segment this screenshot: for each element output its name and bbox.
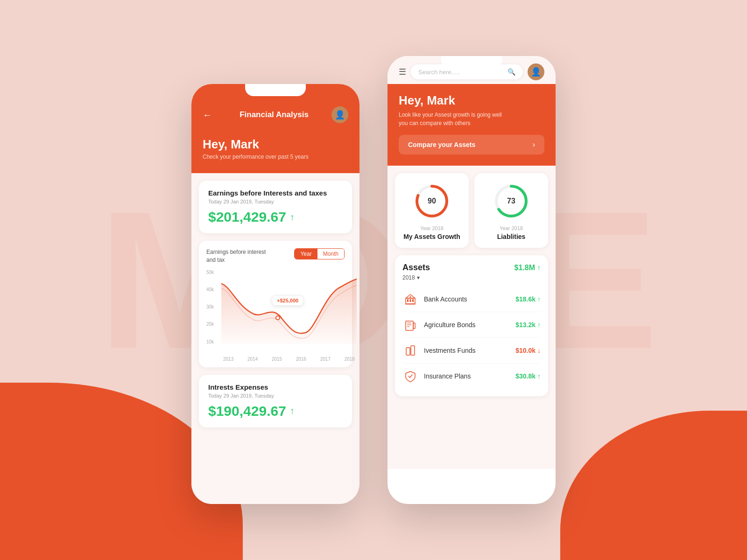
liabilities-progress: 73 (493, 182, 530, 220)
chart-x-axis: 2013 2014 2015 2016 2017 2018 (221, 357, 357, 362)
svg-rect-12 (413, 323, 415, 329)
left-phone-body: Earnings before Interests and taxes Toda… (191, 173, 359, 504)
right-hero-sub: Look like your Assest growth is going we… (399, 111, 544, 127)
blob-right (560, 411, 747, 560)
bank-icon (404, 293, 417, 306)
y-label-40k: 40k (206, 287, 220, 292)
assets-header: Assets $1.8M ↑ (402, 263, 541, 273)
svg-rect-6 (410, 299, 411, 302)
right-hero: Hey, Mark Look like your Assest growth i… (388, 84, 556, 166)
left-phone: ← Financial Analysis 👤 Hey, Mark Check y… (191, 84, 359, 504)
interest-date: Today 29 Jan 2019, Tuesday (208, 393, 343, 399)
chart-section: Earnings before interest and tax Year Mo… (199, 241, 352, 367)
earnings-trend-icon: ↑ (290, 212, 295, 223)
asset-row-bank[interactable]: Bank Accounts $18.6k ↑ (402, 287, 541, 312)
asset-row-insurance[interactable]: Insurance Plans $30.8k ↑ (402, 364, 541, 389)
compare-btn-text: Compare your Assets (408, 141, 475, 148)
agri-trend-icon: ↑ (537, 321, 541, 329)
back-arrow-icon[interactable]: ← (203, 110, 212, 120)
year-2014: 2014 (247, 357, 258, 362)
phones-container: ← Financial Analysis 👤 Hey, Mark Check y… (191, 56, 556, 504)
chart-header: Earnings before interest and tax Year Mo… (206, 248, 345, 264)
tab-year[interactable]: Year (295, 249, 317, 259)
earnings-title: Earnings before Interests and taxes (208, 189, 343, 197)
bank-name: Bank Accounts (424, 295, 510, 303)
insurance-trend-icon: ↑ (537, 372, 541, 380)
assets-title: Assets (402, 263, 430, 273)
chart-svg (221, 270, 357, 344)
liabilities-title: Liablities (497, 233, 526, 240)
liabilities-year: Year 2018 (500, 225, 523, 231)
insurance-icon (404, 370, 417, 383)
svg-rect-16 (406, 348, 410, 355)
investments-icon (404, 344, 417, 357)
bank-amount: $18.6k ↑ (515, 295, 541, 303)
assets-growth-title: My Assets Growth (403, 233, 460, 240)
hamburger-icon[interactable]: ☰ (399, 67, 406, 77)
chart-dot (275, 315, 280, 320)
svg-rect-17 (411, 346, 415, 355)
assets-growth-year: Year 2018 (420, 225, 444, 231)
assets-growth-value: 90 (428, 197, 436, 205)
left-greeting-section: Hey, Mark Check your performance over pa… (191, 137, 359, 173)
y-label-10k: 10k (206, 339, 220, 344)
agri-name: Agriculture Bonds (424, 321, 510, 329)
assets-total: $1.8M ↑ (514, 264, 541, 272)
liabilities-value: 73 (507, 197, 515, 205)
interest-card: Intrests Expenses Today 29 Jan 2019, Tue… (199, 375, 352, 427)
interest-title: Intrests Expenses (208, 383, 343, 391)
svg-line-20 (410, 375, 412, 378)
svg-rect-7 (412, 299, 414, 302)
invest-trend-icon: ↓ (537, 347, 541, 354)
asset-cards-row: 90 Year 2018 My Assets Growth 73 Year 20… (395, 173, 548, 248)
y-label-20k: 20k (206, 322, 220, 327)
chart-tooltip: +$25,000 (272, 295, 303, 306)
chart-tabs: Year Month (294, 248, 345, 259)
compare-btn-arrow-icon: › (533, 140, 535, 149)
agriculture-icon (404, 318, 417, 331)
earnings-date: Today 29 Jan 2019, Tuesday (208, 199, 343, 204)
right-phone: ☰ Search here..... 🔍 👤 Hey, Mark Look li… (388, 56, 556, 504)
assets-growth-card: 90 Year 2018 My Assets Growth (395, 173, 469, 248)
asset-row-invest[interactable]: Ivestments Funds $10.0k ↓ (402, 338, 541, 364)
insurance-icon-wrap (402, 368, 418, 384)
invest-icon-wrap (402, 343, 418, 358)
insurance-name: Insurance Plans (424, 372, 510, 380)
left-avatar: 👤 (331, 106, 348, 123)
left-phone-notch (245, 84, 306, 96)
year-2015: 2015 (272, 357, 282, 362)
right-phone-body: 90 Year 2018 My Assets Growth 73 Year 20… (388, 166, 556, 469)
assets-year-selector[interactable]: 2018 ▾ (402, 274, 541, 281)
agri-icon-wrap (402, 317, 418, 333)
assets-total-arrow: ↑ (537, 264, 541, 272)
insurance-amount: $30.8k ↑ (515, 372, 541, 380)
svg-rect-10 (405, 304, 416, 305)
liabilities-card: 73 Year 2018 Liablities (474, 173, 548, 248)
earnings-card: Earnings before Interests and taxes Toda… (199, 181, 352, 233)
interest-trend-icon: ↑ (290, 406, 295, 416)
left-greeting-sub: Check your performance over past 5 years (203, 154, 348, 160)
agri-amount: $13.2k ↑ (515, 321, 541, 329)
right-phone-notch (441, 56, 502, 68)
interest-amount: $190,429.67 ↑ (208, 403, 343, 419)
svg-point-9 (410, 296, 411, 298)
y-label-30k: 30k (206, 304, 220, 309)
invest-amount: $10.0k ↓ (515, 347, 541, 354)
bank-icon-wrap (402, 291, 418, 307)
left-phone-title: Financial Analysis (217, 110, 331, 119)
year-2013: 2013 (223, 357, 233, 362)
compare-assets-button[interactable]: Compare your Assets › (399, 135, 544, 154)
left-greeting-name: Hey, Mark (203, 137, 348, 152)
search-icon: 🔍 (507, 68, 515, 76)
tab-month[interactable]: Month (317, 249, 344, 259)
y-label-50k: 50k (206, 270, 220, 275)
earnings-amount: $201,429.67 ↑ (208, 209, 343, 225)
chart-label: Earnings before interest and tax (206, 248, 272, 264)
chart-container: 50k 40k 30k 20k 10k (206, 270, 345, 354)
right-avatar: 👤 (528, 63, 544, 80)
bank-trend-icon: ↑ (537, 295, 541, 303)
assets-year-chevron: ▾ (417, 274, 420, 281)
asset-row-agri[interactable]: Agriculture Bonds $13.2k ↑ (402, 312, 541, 338)
search-placeholder: Search here..... (418, 69, 504, 76)
year-2018: 2018 (345, 357, 355, 362)
